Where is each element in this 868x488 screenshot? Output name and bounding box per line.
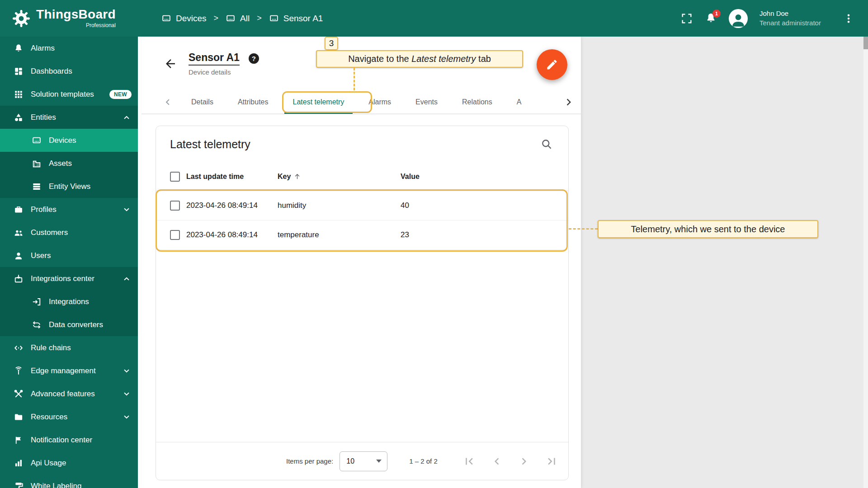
- sidebar-item-white-labeling[interactable]: White Labeling: [0, 474, 142, 488]
- avatar[interactable]: [729, 9, 748, 28]
- logo-text: ThingsBoard Professional: [36, 8, 116, 28]
- sidebar-item-alarms[interactable]: Alarms: [0, 37, 142, 60]
- rows-icon: [32, 182, 42, 192]
- sidebar-item-label: Dashboards: [31, 67, 72, 76]
- sidebar-item-label: Data converters: [49, 320, 103, 329]
- sidebar-item-data-converters[interactable]: Data converters: [0, 313, 142, 336]
- sidebar-item-api-usage[interactable]: Api Usage: [0, 451, 142, 474]
- items-per-page-select[interactable]: 10: [340, 451, 387, 471]
- page-scrollbar-thumb[interactable]: [863, 37, 868, 49]
- device-icon: [226, 14, 236, 23]
- sidebar-item-resources[interactable]: Resources: [0, 405, 142, 428]
- tab-attributes[interactable]: Attributes: [226, 90, 281, 114]
- sidebar-item-assets[interactable]: Assets: [0, 152, 142, 175]
- annotation-step-callout: Navigate to the Latest telemetry tab: [316, 50, 523, 68]
- sidebar-item-devices[interactable]: Devices: [0, 129, 142, 152]
- sidebar-item-profiles[interactable]: Profiles: [0, 198, 142, 221]
- sidebar-item-entities[interactable]: Entities: [0, 106, 142, 129]
- sidebar-item-users[interactable]: Users: [0, 244, 142, 267]
- chevron-down-icon: [122, 412, 132, 422]
- tab-events[interactable]: Events: [403, 90, 450, 114]
- tab-audit-logs-clipped[interactable]: A: [505, 90, 529, 114]
- column-header-value[interactable]: Value: [401, 173, 568, 181]
- sidebar-item-edge-management[interactable]: Edge management: [0, 359, 142, 382]
- next-page-button[interactable]: [517, 455, 531, 468]
- sidebar-item-label: Customers: [31, 228, 68, 237]
- card-title: Latest telemetry: [170, 138, 250, 151]
- sidebar-item-label: Integrations: [49, 297, 89, 306]
- sidebar-item-integrations-center[interactable]: Integrations center: [0, 267, 142, 290]
- breadcrumb-label: Devices: [176, 14, 207, 23]
- table-empty-space: [156, 250, 568, 442]
- select-all-checkbox[interactable]: [170, 172, 180, 182]
- sidebar-item-dashboards[interactable]: Dashboards: [0, 60, 142, 83]
- help-button[interactable]: ?: [249, 53, 259, 64]
- tab-details[interactable]: Details: [179, 90, 226, 114]
- sidebar-item-advanced-features[interactable]: Advanced features: [0, 382, 142, 405]
- paginator-range: 1 – 2 of 2: [409, 457, 438, 465]
- sidebar-item-label: Advanced features: [31, 389, 95, 399]
- kebab-menu-icon: [843, 13, 854, 24]
- sidebar-item-notification-center[interactable]: Notification center: [0, 428, 142, 451]
- fullscreen-button[interactable]: [680, 12, 693, 25]
- column-header-last-update-time[interactable]: Last update time: [186, 173, 278, 181]
- edit-fab-button[interactable]: [537, 49, 567, 80]
- tab-latest-telemetry[interactable]: Latest telemetry: [281, 90, 357, 114]
- sidebar-item-integrations[interactable]: Integrations: [0, 290, 142, 313]
- sidebar-item-label: Resources: [31, 413, 67, 422]
- sidebar-item-label: Profiles: [31, 205, 57, 214]
- previous-page-button[interactable]: [490, 455, 504, 468]
- topbar-actions: 1 John Doe Tenant administrator: [680, 9, 854, 28]
- user-info: John Doe Tenant administrator: [760, 9, 831, 28]
- cell-key: humidity: [278, 201, 401, 210]
- grid-icon: [14, 89, 24, 99]
- sidebar-item-label: White Labeling: [31, 482, 81, 488]
- tabs-scroll-right-button[interactable]: [562, 95, 576, 109]
- row-checkbox[interactable]: [170, 201, 180, 211]
- table-row-humidity[interactable]: 2023-04-26 08:49:14 humidity 40: [156, 191, 568, 221]
- paginator: Items per page: 10 1 – 2 of 2: [156, 442, 568, 480]
- row-checkbox[interactable]: [170, 230, 180, 240]
- annotation-telemetry-note: Telemetry, which we sent to the device: [598, 220, 818, 238]
- breadcrumb-item-devices[interactable]: Devices: [161, 14, 207, 23]
- new-badge: NEW: [109, 90, 132, 99]
- annotation-step-number: 3: [325, 37, 338, 50]
- gear-logo-icon: [12, 9, 31, 28]
- tab-relations[interactable]: Relations: [450, 90, 505, 114]
- page-scrollbar[interactable]: [863, 37, 868, 488]
- fullscreen-icon: [680, 12, 693, 25]
- sidebar-item-label: Devices: [49, 136, 76, 145]
- table-row-temperature[interactable]: 2023-04-26 08:49:14 temperature 23: [156, 221, 568, 250]
- main-area: Sensor A1 Device details ? Details Attri…: [142, 37, 868, 488]
- search-button[interactable]: [540, 138, 553, 150]
- sidebar-item-label: Notification center: [31, 436, 92, 445]
- breadcrumb-item-all[interactable]: All: [226, 14, 250, 23]
- building-icon: [32, 159, 42, 169]
- tab-alarms[interactable]: Alarms: [356, 90, 403, 114]
- app-logo: ThingsBoard Professional: [0, 8, 142, 28]
- breadcrumb-item-sensor-a1[interactable]: Sensor A1: [269, 14, 323, 23]
- chevron-down-icon: [122, 205, 132, 215]
- user-name: John Doe: [760, 9, 831, 18]
- page-subtitle: Device details: [189, 68, 240, 76]
- entities-icon: [14, 113, 24, 122]
- sidebar-item-solution-templates[interactable]: Solution templates NEW: [0, 83, 142, 106]
- back-button[interactable]: [162, 56, 179, 72]
- tabs-scroll-left-button[interactable]: [162, 96, 175, 108]
- cell-value: 23: [401, 230, 568, 239]
- sidebar-item-label: Users: [31, 251, 51, 260]
- paint-icon: [14, 481, 24, 488]
- sidebar-item-entity-views[interactable]: Entity Views: [0, 175, 142, 198]
- last-page-button[interactable]: [544, 455, 558, 468]
- first-page-button[interactable]: [463, 455, 476, 468]
- kebab-menu-button[interactable]: [843, 13, 854, 24]
- sidebar-item-rule-chains[interactable]: Rule chains: [0, 336, 142, 359]
- dashboards-icon: [14, 66, 24, 76]
- sidebar-item-label: Api Usage: [31, 459, 66, 468]
- column-header-key[interactable]: Key: [278, 173, 401, 181]
- flag-icon: [14, 435, 24, 445]
- sidebar-item-customers[interactable]: Customers: [0, 221, 142, 244]
- sidebar-scrollbar[interactable]: [138, 37, 142, 488]
- logo-subtitle: Professional: [86, 22, 116, 28]
- notifications-button[interactable]: 1: [705, 12, 717, 24]
